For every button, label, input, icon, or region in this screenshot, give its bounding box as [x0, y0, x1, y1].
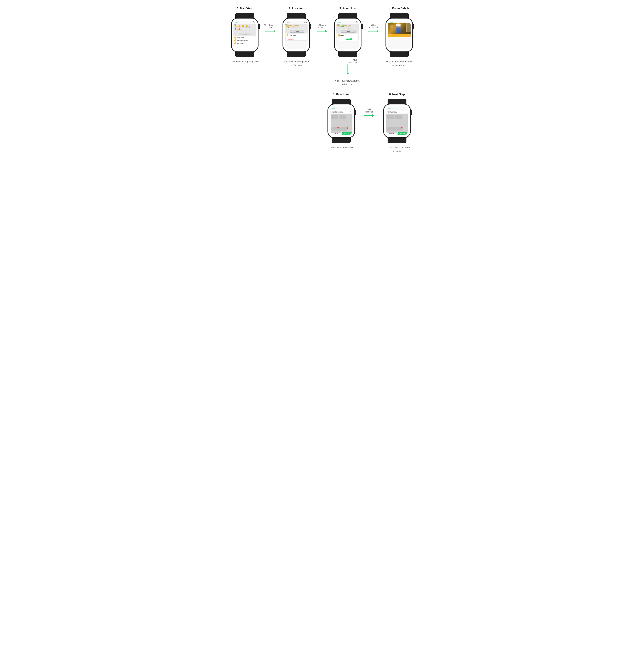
screen4-overlay: In Praise of Painting Dutch Masterpieces: [388, 34, 411, 37]
painting-figure-cloth: [396, 24, 401, 26]
watch3-screen: Maps ⓘ Stairs 1 2: [336, 21, 359, 50]
screen4-back[interactable]: Maps: [389, 21, 393, 23]
popup2-location: You are here: [287, 39, 306, 40]
popup2-close[interactable]: ×: [305, 34, 306, 36]
screen3-popup: 2 Gallery 2 × In Praise of Painting DIRE…: [337, 34, 358, 41]
screen6-topbar: Maps: [386, 106, 408, 109]
path2-h: [390, 117, 399, 117]
map-room-5[interactable]: 5: [235, 29, 238, 31]
screen1-map: Stairs 1 2 3 4: [233, 24, 256, 36]
screen2-back[interactable]: Maps: [286, 22, 290, 23]
list-item-1[interactable]: 1 Ticket Booth: [234, 36, 255, 39]
screen1-list: 1 Ticket Booth 2 In Praise of Painting 3…: [233, 36, 256, 50]
watch3-band-top: [338, 13, 357, 18]
screen4-desc: More information about the selected room: [385, 60, 413, 67]
screen6-previous-btn[interactable]: PREVIOUS: [386, 132, 397, 135]
screen5-step-arrow: ↑: [350, 111, 351, 113]
screen2-title: 2. Location: [289, 7, 303, 10]
badge-4: 4: [246, 25, 248, 27]
entrance-block2: Entrance: [290, 31, 304, 33]
map-room-4[interactable]: 4: [246, 26, 250, 28]
map3-badge-1: 1: [337, 25, 339, 27]
map3-room-5[interactable]: 5: [348, 28, 351, 30]
map3-room-1[interactable]: 1: [338, 25, 341, 27]
screen1-info-icon[interactable]: ⓘ: [253, 21, 255, 23]
watch1-screen: Maps ⓘ Stairs 1: [233, 21, 256, 50]
screen4-overlay-title: In Praise of Painting: [389, 34, 410, 35]
screen1-stairs-label: Stairs: [234, 24, 236, 25]
watch5-band-top: [332, 99, 351, 104]
map3-room-2[interactable]: 2: [341, 25, 344, 27]
screen1-back[interactable]: Maps: [234, 22, 238, 23]
watch4-body: Maps: [385, 18, 413, 52]
screen5-step-title: At the gallery gate: [332, 111, 344, 112]
badge-3: 3: [242, 25, 244, 27]
screen6-mini-map: [386, 114, 408, 132]
watch5-body: Maps At the gallery gate Walk straight a…: [327, 104, 355, 138]
watch4-screen: Maps: [388, 21, 411, 50]
screen4-overlay-sub: Dutch Masterpieces: [389, 35, 410, 36]
list-item-2[interactable]: 2 In Praise of Painting: [234, 39, 255, 42]
map3-room-4[interactable]: 4: [348, 25, 351, 27]
map-room-6[interactable]: 6: [239, 29, 242, 31]
map-room-3[interactable]: 3: [243, 26, 246, 28]
screen3-back[interactable]: Maps: [338, 22, 341, 23]
screen6-step-text: At the next end Turn right at the wall: [387, 111, 397, 113]
screen5-next-btn[interactable]: NEXT STEP: [342, 132, 352, 135]
watch2-body: Maps ⓘ Stairs 1 2: [283, 18, 310, 52]
map3-room-3[interactable]: 3: [345, 25, 347, 27]
screen3-section: 3. Room Info Maps ⓘ Stairs: [330, 7, 365, 86]
map3-badge-2: 2: [341, 25, 343, 27]
popup3-directions-btn[interactable]: DIRECTIONS: [338, 38, 345, 40]
screen6-next-btn[interactable]: NEXT STEP: [398, 132, 408, 135]
painting-pitcher: [390, 25, 393, 28]
map-room-1[interactable]: 1: [235, 26, 238, 28]
badge-5: 5: [235, 28, 236, 30]
screen4-section: 4. Room Details Maps: [382, 7, 416, 67]
screen2-map: Stairs 1 2 3 4: [285, 24, 308, 33]
screen5-step-card: At the gallery gate Walk straight ahead …: [330, 110, 352, 114]
arrow-1-2-icon: [265, 30, 276, 33]
screen2-info-icon[interactable]: ⓘ: [304, 21, 306, 23]
top-row: 1. Map View Maps ⓘ Stairs: [228, 7, 416, 86]
map2-room-4[interactable]: 4: [297, 25, 299, 27]
popup3-more-info-btn[interactable]: MORE INFO: [346, 38, 352, 40]
screen2-popup-header: 1 Ticket Booth ×: [287, 34, 306, 36]
screen6-step-arrow: →: [405, 111, 407, 113]
screen5-desc: Directions to the exhibit: [329, 146, 353, 149]
screen6-title: 6. Next Step: [389, 93, 405, 96]
popup3-subtitle: In Praise of Painting: [338, 36, 357, 37]
map2-badge-4: 4: [296, 25, 298, 27]
main-container: 1. Map View Maps ⓘ Stairs: [228, 7, 416, 153]
screen5-back[interactable]: Maps: [331, 107, 335, 109]
arrow-3-4-icon: [368, 30, 379, 33]
screen3-info-icon[interactable]: ⓘ: [356, 21, 358, 23]
arrow-2-3: Click onnumber 2: [314, 7, 330, 33]
list-item-3[interactable]: 3 Siah Armajani: [234, 42, 255, 45]
map-room-2[interactable]: 2: [239, 26, 242, 28]
screen3-popup-title: 2 Gallery 2: [338, 34, 346, 36]
watch6-body: Maps At the next end Turn right at the w…: [383, 104, 411, 138]
map3-badge-5: 5: [348, 28, 349, 29]
screen3-floor-plan: Stairs 1 2 3 4: [336, 24, 359, 33]
screen5-previous-btn[interactable]: PREVIOUS: [330, 132, 341, 135]
map3-badge-3: 3: [344, 25, 346, 27]
location-pin: 📍: [287, 27, 289, 29]
map2-room-3[interactable]: 3: [293, 25, 296, 27]
screen1-title: 1. Map View: [237, 7, 253, 10]
arrow-5-6: Clicknext step: [361, 93, 378, 117]
screen3-desc: A brief overview about the other room: [334, 79, 361, 86]
mini-map-room1: [331, 115, 338, 119]
watch6-band-bottom: [387, 138, 406, 143]
screen4-topbar: Maps: [388, 21, 411, 23]
watch1-band-top: [235, 13, 254, 18]
path-h: [334, 129, 344, 129]
badge-6: 6: [238, 28, 240, 30]
screen4-title: 4. Room Details: [389, 7, 410, 10]
screen6-back[interactable]: Maps: [387, 107, 390, 109]
screen6-step-sub: Turn right at the wall: [387, 112, 397, 113]
map2-room-2[interactable]: 2: [290, 25, 292, 27]
bottom-row: 5. Directions Maps At the gallery gate W…: [228, 93, 416, 153]
screen6-step-title: At the next end: [387, 111, 397, 112]
popup3-close[interactable]: ×: [356, 34, 357, 36]
